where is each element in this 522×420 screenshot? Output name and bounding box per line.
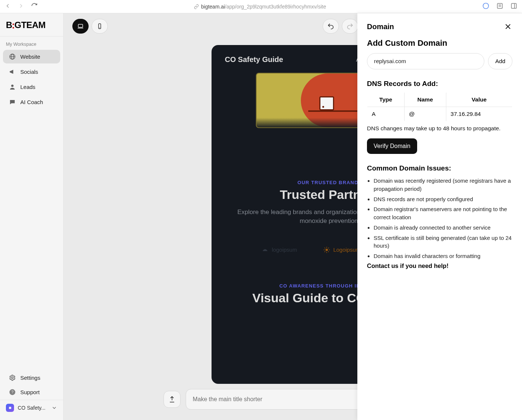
url-bar[interactable]: bigteam.ai/app/org_2p9lzqmut3utkfe89irho… [38, 4, 482, 10]
dns-th-value: Value [446, 93, 512, 107]
svg-point-17 [325, 248, 328, 251]
app-logo: B : GTEAM [0, 18, 63, 36]
verify-domain-button[interactable]: Verify Domain [367, 138, 417, 154]
gear-icon [9, 374, 16, 381]
chat-icon [9, 99, 16, 106]
project-switcher[interactable]: ■ CO Safety... [0, 400, 63, 416]
logo-text-a: B [6, 20, 12, 30]
svg-point-10 [11, 377, 13, 379]
partner-logo-label: logoipsum [272, 247, 297, 253]
workspace-label: My Workspace [0, 39, 63, 49]
list-item: Domain is already connected to another s… [374, 224, 512, 232]
device-mobile-button[interactable] [92, 19, 108, 34]
upload-button[interactable] [164, 391, 181, 408]
domain-input[interactable] [367, 53, 484, 69]
list-item: Domain has invalid characters or formatt… [374, 252, 512, 260]
url-path: /app/org_2p9lzqmut3utkfe89irhocyhmxv/sit… [225, 4, 326, 10]
undo-icon [327, 23, 334, 30]
upload-icon [168, 396, 176, 403]
dns-type: A [367, 107, 405, 121]
refresh-icon[interactable] [31, 3, 38, 11]
site-title: CO Safety Guide [225, 55, 283, 64]
svg-point-0 [483, 3, 489, 8]
dns-table: Type Name Value A @ 37.16.29.84 [367, 92, 512, 121]
forward-icon[interactable] [18, 3, 24, 11]
svg-point-9 [11, 85, 13, 87]
url-host: bigteam.ai [201, 4, 225, 10]
contact-note: Contact us if you need help! [367, 262, 512, 269]
issues-heading: Common Domain Issues: [367, 164, 512, 172]
issues-list: Domain was recently registered (some reg… [374, 177, 512, 260]
close-icon[interactable] [504, 22, 512, 31]
help-icon: ? [9, 389, 16, 396]
partner-logo-label: Logoipsum [333, 247, 360, 253]
panels-icon[interactable] [510, 2, 518, 11]
globe-icon [9, 53, 16, 60]
laptop-icon [77, 23, 84, 30]
shield-icon[interactable] [482, 2, 490, 11]
sidebar-item-aicoach[interactable]: AI Coach [3, 95, 60, 109]
dns-heading: DNS Records to Add: [367, 80, 512, 88]
browser-top-bar: bigteam.ai/app/org_2p9lzqmut3utkfe89irho… [0, 0, 522, 13]
sidebar-item-support[interactable]: ? Support [3, 385, 60, 399]
list-item: SSL certificate is still being generated… [374, 234, 512, 250]
svg-rect-4 [511, 3, 516, 8]
partner-logo-2: Logoipsum [323, 246, 360, 254]
table-row: A @ 37.16.29.84 [367, 107, 512, 121]
sidebar-item-label: Leads [20, 84, 35, 90]
svg-line-25 [324, 251, 325, 252]
project-avatar-icon: ■ [6, 404, 14, 412]
chevron-down-icon [51, 405, 57, 411]
project-name: CO Safety... [18, 405, 48, 411]
sidebar-item-website[interactable]: Website [3, 50, 60, 63]
dns-th-name: Name [404, 93, 446, 107]
phone-icon [96, 23, 103, 30]
sun-icon [323, 246, 330, 254]
sidebar-item-label: Socials [20, 69, 38, 75]
reader-icon[interactable] [496, 2, 504, 11]
svg-line-22 [324, 248, 325, 248]
sidebar-item-socials[interactable]: Socials [3, 65, 60, 79]
sidebar-item-label: AI Coach [20, 99, 43, 105]
dns-th-type: Type [367, 93, 405, 107]
svg-rect-13 [78, 24, 83, 27]
list-item: Domain registrar's nameservers are not p… [374, 205, 512, 221]
partner-logo-1: logoipsum [261, 246, 297, 254]
settings-label: Settings [20, 375, 40, 381]
add-domain-heading: Add Custom Domain [367, 38, 512, 48]
dns-name: @ [404, 107, 446, 121]
sidebar-item-leads[interactable]: Leads [3, 80, 60, 94]
logo-text-b: GTEAM [14, 20, 45, 30]
dns-value: 37.16.29.84 [446, 107, 512, 121]
dns-note: DNS changes may take up to 48 hours to p… [367, 125, 512, 132]
sidebar: B : GTEAM My Workspace Website Socials L… [0, 13, 63, 420]
panel-title: Domain [367, 23, 394, 31]
megaphone-icon [9, 68, 16, 75]
svg-line-23 [328, 251, 329, 252]
svg-line-24 [328, 248, 329, 248]
redo-button[interactable] [342, 19, 358, 34]
support-label: Support [20, 389, 40, 395]
list-item: Domain was recently registered (some reg… [374, 177, 512, 193]
device-desktop-button[interactable] [72, 19, 89, 34]
person-icon [9, 83, 16, 90]
list-item: DNS records are not properly configured [374, 195, 512, 203]
redo-icon [346, 23, 354, 30]
add-domain-button[interactable]: Add [488, 53, 512, 69]
undo-button[interactable] [323, 19, 339, 34]
sidebar-item-settings[interactable]: Settings [3, 371, 60, 385]
logo-mark-icon [261, 246, 269, 254]
back-icon[interactable] [4, 3, 11, 11]
domain-panel: Domain Add Custom Domain Add DNS Records… [357, 13, 522, 420]
svg-text:?: ? [11, 390, 14, 394]
sidebar-item-label: Website [20, 54, 40, 60]
